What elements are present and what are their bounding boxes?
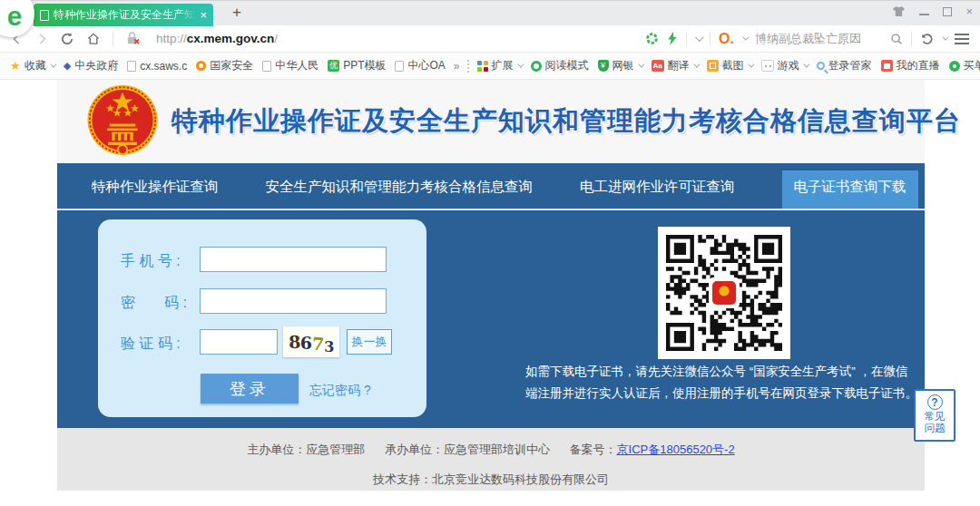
restore-tabs-icon[interactable] [920, 32, 934, 45]
page-doc-icon [40, 10, 49, 21]
toolbar-live[interactable]: 我的直播 [877, 56, 945, 75]
doc-icon [127, 61, 136, 72]
pay-helper-icon [949, 61, 960, 72]
forward-icon[interactable] [35, 33, 48, 45]
toolbar-bank[interactable]: ¥网银 [593, 56, 647, 75]
qr-instructions: 如需下载电子证书，请先关注微信公众号 “国家安全生产考试” ，在微信 端注册并进… [525, 361, 936, 404]
toolbar-pay-helper[interactable]: 买单助手 [945, 56, 980, 75]
browser-tab[interactable]: 特种作业操作证及安全生产知识 × [34, 4, 213, 26]
footer-icp-label: 备案号： [570, 443, 617, 456]
toolbar-login-keeper[interactable]: 登录管家 [812, 56, 877, 75]
bookmark-item[interactable]: 优PPT模板 [323, 56, 390, 75]
bookmark-item[interactable]: cx.saws.c [122, 58, 191, 74]
qr-instruction-line: 如需下载电子证书，请先关注微信公众号 “国家安全生产考试” ，在微信 [525, 361, 936, 383]
insecure-lock-icon[interactable] [125, 32, 141, 45]
speed-mode-icon[interactable] [645, 32, 659, 45]
qr-instruction-line: 端注册并进行实人认证后，使用注册的手机号在网页登录下载电子证书。 [525, 383, 936, 404]
url-text[interactable]: http://cx.mem.gov.cn/ [156, 32, 278, 45]
address-bar: http://cx.mem.gov.cn/ O. 博纳副总裁坠亡原因 [0, 25, 980, 53]
bookmark-item[interactable]: 中心OA [390, 56, 449, 75]
page-title: 特种作业操作证及安全生产知识和管理能力考核合格信息查询平台 [172, 103, 961, 140]
bookmarks-overflow-button[interactable]: » [450, 60, 464, 73]
question-mark-icon: ? [927, 394, 943, 410]
nav-tab-special-operations[interactable]: 特种作业操作证查询 [92, 170, 219, 209]
site-header: 特种作业操作证及安全生产知识和管理能力考核合格信息查询平台 [57, 80, 925, 163]
bookmark-item[interactable]: ◆中央政府 [59, 56, 122, 75]
restore-tabs-chevron-icon[interactable] [942, 34, 948, 41]
orange-ring-icon [196, 61, 206, 71]
bookmark-item[interactable]: 中华人民 [258, 56, 323, 75]
icp-link[interactable]: 京ICP备18056520号-2 [617, 443, 735, 456]
faq-button[interactable]: ? 常见 问题 [914, 389, 956, 442]
password-input[interactable] [200, 288, 387, 314]
site-footer: 主办单位：应急管理部 承办单位：应急管理部培训中心 备案号：京ICP备18056… [57, 428, 925, 491]
password-label: 密 码 : [121, 294, 187, 313]
search-icon[interactable] [890, 33, 903, 45]
theme-skin-icon[interactable] [892, 5, 906, 17]
footer-organizer: 承办单位：应急管理部培训中心 [385, 443, 550, 456]
extensions-icon [477, 61, 488, 72]
reader-mode-icon [531, 61, 542, 72]
tab-title: 特种作业操作证及安全生产知识 [54, 7, 196, 23]
search-engine-logo[interactable]: O. [719, 31, 734, 47]
close-window-button[interactable]: × [965, 5, 973, 17]
star-icon: ★ [10, 60, 21, 72]
doc-icon [395, 61, 404, 72]
phone-label: 手 机 号 : [121, 252, 181, 271]
qr-code [658, 227, 790, 359]
toolbar-reader-mode[interactable]: 阅读模式 [526, 56, 593, 75]
bookmark-favorites[interactable]: ★收藏 [5, 56, 59, 75]
menu-icon[interactable] [955, 31, 969, 47]
chevron-down-icon[interactable] [695, 33, 704, 42]
live-icon [881, 60, 893, 72]
bookmark-item[interactable]: 国家安全 [191, 56, 258, 75]
main-content: 手 机 号 : 密 码 : 验 证 码 : 8673 换一换 登录 忘记密码 ?… [57, 210, 925, 428]
search-input[interactable]: 博纳副总裁坠亡原因 [755, 31, 882, 47]
tab-strip: e 特种作业操作证及安全生产知识 × + × [0, 0, 980, 25]
toolbar-translate[interactable]: Aa翻译 [647, 56, 702, 75]
minimize-button[interactable] [919, 14, 929, 15]
nav-tab-safety-knowledge[interactable]: 安全生产知识和管理能力考核合格信息查询 [266, 170, 534, 209]
doc-icon [262, 61, 271, 72]
footer-host: 主办单位：应急管理部 [247, 443, 365, 456]
nav-tab-ecert-download[interactable]: 电子证书查询下载 [782, 170, 918, 209]
translate-icon: Aa [652, 60, 664, 72]
phone-input[interactable] [200, 247, 387, 272]
nav-tab-electrician-permit[interactable]: 电工进网作业许可证查询 [580, 170, 735, 209]
home-icon[interactable] [86, 32, 101, 45]
screenshot-icon [707, 60, 719, 72]
nav-band: 特种作业操作证查询 安全生产知识和管理能力考核合格信息查询 电工进网作业许可证查… [57, 163, 925, 210]
bookmarks-bar: ★收藏 ◆中央政府 cx.saws.c 国家安全 中华人民 优PPT模板 中心O… [0, 53, 980, 80]
national-emblem-icon [84, 82, 161, 161]
new-tab-button[interactable]: + [225, 4, 249, 22]
bank-shield-icon: ¥ [598, 60, 609, 72]
lightning-boost-icon[interactable] [667, 32, 678, 45]
forgot-password-link[interactable]: 忘记密码 ? [309, 383, 371, 399]
login-button[interactable]: 登录 [201, 374, 299, 404]
toolbar-screenshot[interactable]: 截图 [702, 56, 757, 75]
footer-line1: 主办单位：应急管理部 承办单位：应急管理部培训中心 备案号：京ICP备18056… [57, 442, 925, 458]
maximize-button[interactable] [943, 7, 952, 16]
toolbar-extensions[interactable]: 扩展 [473, 56, 526, 75]
toolbar-games[interactable]: 游戏 [757, 56, 812, 75]
tab-close-icon[interactable]: × [200, 8, 207, 22]
login-panel: 手 机 号 : 密 码 : 验 证 码 : 8673 换一换 登录 忘记密码 ? [98, 219, 426, 417]
captcha-input[interactable] [200, 329, 278, 355]
chevron-down-icon [50, 62, 56, 68]
footer-support: 技术支持：北京竞业达数码科技股份有限公司 [57, 472, 925, 488]
reload-icon[interactable] [60, 32, 74, 46]
captcha-refresh-button[interactable]: 换一换 [347, 329, 392, 355]
captcha-label: 验 证 码 : [121, 335, 181, 354]
search-engine-chevron-icon[interactable] [742, 34, 749, 41]
login-keeper-icon [817, 62, 825, 70]
ppt-icon: 优 [328, 60, 339, 72]
captcha-image[interactable]: 8673 [283, 326, 339, 357]
diamond-icon: ◆ [64, 61, 71, 71]
games-icon [761, 60, 774, 72]
qr-center-emblem-icon [709, 277, 740, 308]
